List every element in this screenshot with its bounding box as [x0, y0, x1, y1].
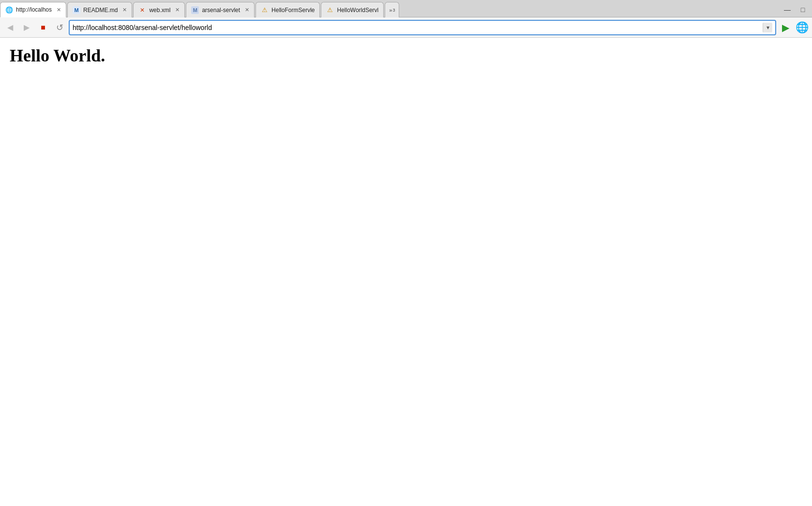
back-icon: ◀	[7, 23, 13, 32]
page-heading: Hello World.	[10, 45, 802, 66]
tab-localhost[interactable]: 🌐 http://localhos ✕	[0, 2, 66, 17]
stop-icon: ■	[41, 23, 45, 32]
dropdown-arrow-icon: ▾	[767, 24, 769, 31]
back-button[interactable]: ◀	[3, 20, 17, 35]
window-maximize-button[interactable]: □	[796, 2, 810, 17]
tab-overflow-arrow: »	[389, 7, 392, 13]
address-input[interactable]	[73, 24, 761, 31]
tab-arsenal-label: arsenal-servlet	[202, 7, 240, 14]
tab-webxml-label: web.xml	[149, 7, 170, 14]
browser-icon: 🌐	[795, 20, 809, 35]
tab-arsenal-close[interactable]: ✕	[245, 7, 249, 13]
tab-localhost-label: http://localhos	[16, 6, 52, 13]
tab-helloform-label: HelloFormServle	[271, 7, 315, 14]
tab-helloworld-label: HelloWorldServl	[337, 7, 378, 14]
tab-bar: 🌐 http://localhos ✕ M README.md ✕ ✕ web.…	[0, 0, 812, 17]
tab-readme-icon: M	[73, 6, 80, 14]
tab-helloform[interactable]: ⚠ HelloFormServle	[256, 2, 320, 17]
window-minimize-button[interactable]: —	[780, 2, 795, 17]
go-button[interactable]: ▶	[778, 20, 793, 35]
nav-bar: ◀ ▶ ■ ↺ ▾ ▶ 🌐	[0, 17, 812, 38]
tab-localhost-icon: 🌐	[5, 6, 13, 14]
go-icon: ▶	[782, 22, 789, 33]
forward-icon: ▶	[24, 23, 30, 32]
tab-localhost-close[interactable]: ✕	[57, 7, 61, 13]
tab-readme-close[interactable]: ✕	[122, 7, 127, 13]
browser-globe-icon: 🌐	[796, 21, 809, 34]
tab-arsenal[interactable]: M arsenal-servlet ✕	[186, 2, 255, 17]
address-bar: ▾	[69, 20, 776, 35]
page-content: Hello World.	[0, 38, 812, 506]
tab-overflow-button[interactable]: » 3	[385, 2, 399, 17]
tab-webxml-icon: ✕	[138, 6, 146, 14]
refresh-button[interactable]: ↺	[52, 20, 67, 35]
refresh-icon: ↺	[56, 22, 63, 33]
address-dropdown-button[interactable]: ▾	[763, 23, 772, 32]
tab-readme-label: README.md	[83, 7, 118, 14]
tab-webxml-close[interactable]: ✕	[175, 7, 180, 13]
tab-arsenal-icon: M	[191, 6, 199, 14]
tab-helloworld-icon: ⚠	[326, 6, 334, 14]
stop-button[interactable]: ■	[36, 20, 50, 35]
tab-readme[interactable]: M README.md ✕	[67, 2, 132, 17]
tab-overflow-count: 3	[392, 8, 395, 13]
tab-helloform-icon: ⚠	[261, 6, 269, 14]
tab-webxml[interactable]: ✕ web.xml ✕	[133, 2, 185, 17]
tab-helloworld[interactable]: ⚠ HelloWorldServl	[321, 2, 384, 17]
forward-button[interactable]: ▶	[19, 20, 34, 35]
